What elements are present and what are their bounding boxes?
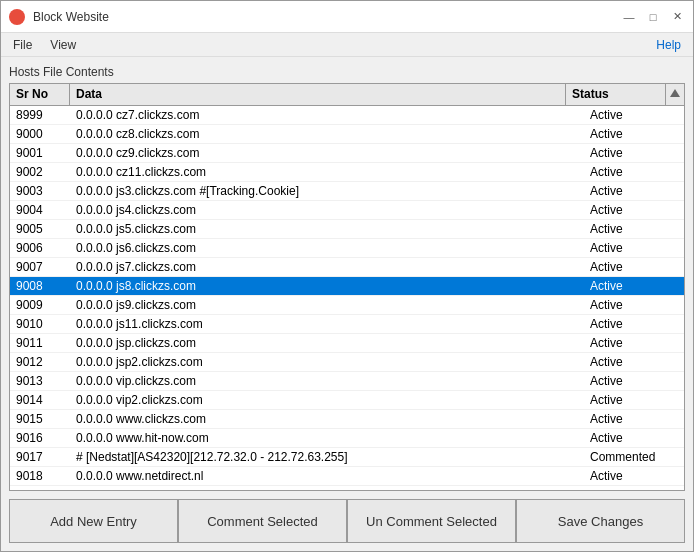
table-row[interactable]: 9016 0.0.0.0 www.hit-now.com Active (10, 429, 684, 448)
menu-file[interactable]: File (5, 36, 40, 54)
table-row[interactable]: 9019 0.0.0.0 startpunt.nu.site-id.nl Act… (10, 486, 684, 490)
table-row[interactable]: 8999 0.0.0.0 cz7.clickzs.com Active (10, 106, 684, 125)
cell-status: Active (584, 353, 684, 371)
table-body[interactable]: 8999 0.0.0.0 cz7.clickzs.com Active 9000… (10, 106, 684, 490)
table-row[interactable]: 9011 0.0.0.0 jsp.clickzs.com Active (10, 334, 684, 353)
uncomment-button[interactable]: Un Comment Selected (347, 499, 516, 543)
cell-data: 0.0.0.0 js7.clickzs.com (70, 258, 584, 276)
close-button[interactable]: ✕ (669, 9, 685, 25)
cell-srno: 9002 (10, 163, 70, 181)
content-area: Hosts File Contents Sr No Data Status 89… (1, 57, 693, 551)
cell-data: 0.0.0.0 js5.clickzs.com (70, 220, 584, 238)
cell-srno: 8999 (10, 106, 70, 124)
table-row[interactable]: 9014 0.0.0.0 vip2.clickzs.com Active (10, 391, 684, 410)
cell-srno: 9008 (10, 277, 70, 295)
cell-srno: 9017 (10, 448, 70, 466)
table-header: Sr No Data Status (10, 84, 684, 106)
add-new-button[interactable]: Add New Entry (9, 499, 178, 543)
title-bar: Block Website — □ ✕ (1, 1, 693, 33)
cell-srno: 9009 (10, 296, 70, 314)
cell-status: Active (584, 239, 684, 257)
table-row[interactable]: 9002 0.0.0.0 cz11.clickzs.com Active (10, 163, 684, 182)
cell-srno: 9018 (10, 467, 70, 485)
app-icon (9, 9, 25, 25)
cell-status: Active (584, 486, 684, 490)
table-row[interactable]: 9007 0.0.0.0 js7.clickzs.com Active (10, 258, 684, 277)
cell-srno: 9007 (10, 258, 70, 276)
table-row[interactable]: 9018 0.0.0.0 www.netdirect.nl Active (10, 467, 684, 486)
cell-status: Active (584, 429, 684, 447)
header-data: Data (70, 84, 566, 105)
menu-bar: File View Help (1, 33, 693, 57)
cell-srno: 9005 (10, 220, 70, 238)
cell-status: Active (584, 182, 684, 200)
cell-data: 0.0.0.0 cz8.clickzs.com (70, 125, 584, 143)
table-row[interactable]: 9012 0.0.0.0 jsp2.clickzs.com Active (10, 353, 684, 372)
cell-status: Active (584, 315, 684, 333)
cell-srno: 9001 (10, 144, 70, 162)
cell-srno: 9010 (10, 315, 70, 333)
cell-data: 0.0.0.0 js4.clickzs.com (70, 201, 584, 219)
cell-data: 0.0.0.0 vip.clickzs.com (70, 372, 584, 390)
table-row[interactable]: 9015 0.0.0.0 www.clickzs.com Active (10, 410, 684, 429)
cell-data: 0.0.0.0 jsp.clickzs.com (70, 334, 584, 352)
menu-left: File View (5, 36, 84, 54)
cell-status: Active (584, 277, 684, 295)
cell-data: 0.0.0.0 www.hit-now.com (70, 429, 584, 447)
table-row[interactable]: 9017 # [Nedstat][AS42320][212.72.32.0 - … (10, 448, 684, 467)
table-row[interactable]: 9001 0.0.0.0 cz9.clickzs.com Active (10, 144, 684, 163)
cell-status: Active (584, 372, 684, 390)
comment-button[interactable]: Comment Selected (178, 499, 347, 543)
cell-data: 0.0.0.0 js11.clickzs.com (70, 315, 584, 333)
cell-data: 0.0.0.0 cz7.clickzs.com (70, 106, 584, 124)
cell-status: Active (584, 391, 684, 409)
window-title: Block Website (33, 10, 621, 24)
table-row[interactable]: 9008 0.0.0.0 js8.clickzs.com Active (10, 277, 684, 296)
cell-status: Active (584, 106, 684, 124)
cell-srno: 9015 (10, 410, 70, 428)
menu-view[interactable]: View (42, 36, 84, 54)
cell-status: Active (584, 201, 684, 219)
cell-srno: 9003 (10, 182, 70, 200)
cell-data: 0.0.0.0 vip2.clickzs.com (70, 391, 584, 409)
cell-data: 0.0.0.0 js9.clickzs.com (70, 296, 584, 314)
cell-data: 0.0.0.0 cz9.clickzs.com (70, 144, 584, 162)
cell-srno: 9013 (10, 372, 70, 390)
cell-srno: 9004 (10, 201, 70, 219)
cell-srno: 9012 (10, 353, 70, 371)
cell-status: Active (584, 334, 684, 352)
table-row[interactable]: 9003 0.0.0.0 js3.clickzs.com #[Tracking.… (10, 182, 684, 201)
cell-data: 0.0.0.0 www.netdirect.nl (70, 467, 584, 485)
minimize-button[interactable]: — (621, 9, 637, 25)
cell-data: 0.0.0.0 startpunt.nu.site-id.nl (70, 486, 584, 490)
cell-srno: 9011 (10, 334, 70, 352)
cell-status: Active (584, 258, 684, 276)
main-window: Block Website — □ ✕ File View Help Hosts… (0, 0, 694, 552)
header-srno: Sr No (10, 84, 70, 105)
header-extra (666, 84, 684, 105)
cell-status: Active (584, 220, 684, 238)
table-row[interactable]: 9006 0.0.0.0 js6.clickzs.com Active (10, 239, 684, 258)
cell-srno: 9006 (10, 239, 70, 257)
button-bar: Add New Entry Comment Selected Un Commen… (9, 499, 685, 543)
cell-srno: 9019 (10, 486, 70, 490)
cell-status: Active (584, 163, 684, 181)
cell-data: 0.0.0.0 cz11.clickzs.com (70, 163, 584, 181)
menu-help[interactable]: Help (648, 36, 689, 54)
table-row[interactable]: 9010 0.0.0.0 js11.clickzs.com Active (10, 315, 684, 334)
cell-status: Active (584, 125, 684, 143)
section-title: Hosts File Contents (9, 65, 685, 79)
table-row[interactable]: 9013 0.0.0.0 vip.clickzs.com Active (10, 372, 684, 391)
save-button[interactable]: Save Changes (516, 499, 685, 543)
maximize-button[interactable]: □ (645, 9, 661, 25)
cell-data: 0.0.0.0 js8.clickzs.com (70, 277, 584, 295)
cell-status: Active (584, 144, 684, 162)
table-row[interactable]: 9005 0.0.0.0 js5.clickzs.com Active (10, 220, 684, 239)
cell-data: 0.0.0.0 js3.clickzs.com #[Tracking.Cooki… (70, 182, 584, 200)
cell-data: 0.0.0.0 js6.clickzs.com (70, 239, 584, 257)
table-row[interactable]: 9009 0.0.0.0 js9.clickzs.com Active (10, 296, 684, 315)
table-row[interactable]: 9000 0.0.0.0 cz8.clickzs.com Active (10, 125, 684, 144)
cell-srno: 9000 (10, 125, 70, 143)
table-row[interactable]: 9004 0.0.0.0 js4.clickzs.com Active (10, 201, 684, 220)
cell-status: Active (584, 296, 684, 314)
